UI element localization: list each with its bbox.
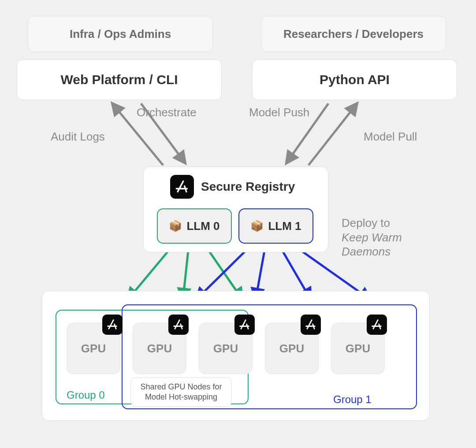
group1-label: Group 1: [333, 393, 372, 406]
llm0-box: 📦 LLM 0: [157, 208, 232, 244]
edge-audit-logs: Audit Logs: [51, 130, 105, 144]
llm1-label: LLM 1: [268, 219, 301, 233]
gpu-node-2: GPU: [199, 323, 253, 374]
role-admins-box: Infra / Ops Admins: [28, 16, 213, 52]
deploy-label: Deploy to Keep Warm Daemons: [342, 216, 402, 259]
svg-line-3: [309, 104, 357, 165]
daemon-logo-icon: [367, 315, 387, 335]
shared-gpu-note: Shared GPU Nodes for Model Hot-swapping: [130, 377, 232, 407]
interface-python-api-box: Python API: [252, 59, 457, 100]
daemon-logo-icon: [301, 315, 321, 335]
registry-header: Secure Registry: [170, 175, 295, 199]
package-icon: 📦: [250, 220, 264, 232]
edge-model-pull: Model Pull: [364, 130, 417, 144]
interface-web-cli-label: Web Platform / CLI: [60, 72, 178, 87]
gpu-node-0: GPU: [67, 323, 120, 374]
daemon-logo-icon: [234, 315, 255, 335]
gpu-container: GPU GPU GPU GPU GPU Shared GPU Nodes for…: [42, 291, 430, 421]
gpu-node-1: GPU: [133, 323, 186, 374]
gpu-node-4: GPU: [331, 323, 385, 374]
edge-model-push: Model Push: [249, 106, 309, 119]
registry-logo-icon: [170, 175, 194, 199]
role-devs-label: Researchers / Developers: [283, 27, 424, 41]
llm1-box: 📦 LLM 1: [238, 208, 313, 244]
llm0-label: LLM 0: [186, 219, 219, 233]
interface-web-cli-box: Web Platform / CLI: [17, 59, 222, 100]
interface-python-api-label: Python API: [320, 72, 390, 87]
gpu-node-3: GPU: [265, 323, 319, 374]
daemon-logo-icon: [102, 315, 123, 335]
edge-orchestrate: Orchestrate: [137, 106, 197, 119]
daemon-logo-icon: [168, 315, 189, 335]
registry-container: Secure Registry 📦 LLM 0 📦 LLM 1: [143, 167, 328, 252]
role-admins-label: Infra / Ops Admins: [70, 27, 171, 41]
package-icon: 📦: [169, 220, 182, 232]
registry-title: Secure Registry: [201, 180, 295, 194]
role-devs-box: Researchers / Developers: [261, 16, 446, 52]
group0-label: Group 0: [67, 389, 105, 401]
